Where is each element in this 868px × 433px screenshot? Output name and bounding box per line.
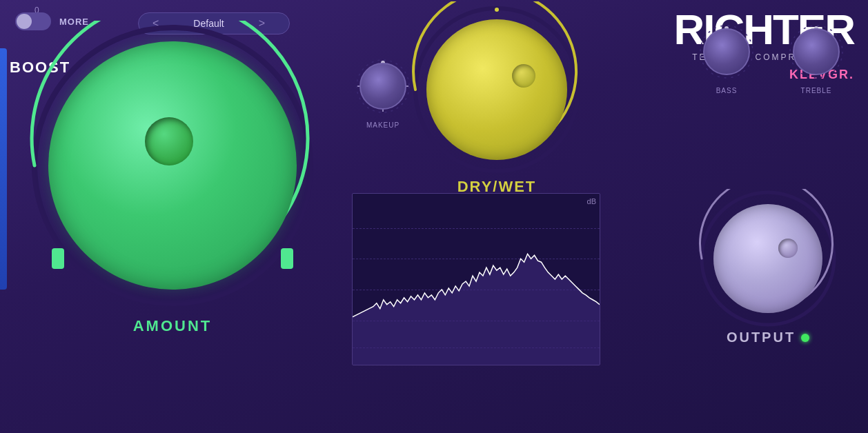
- drywet-knob[interactable]: [426, 19, 567, 160]
- output-led: [801, 334, 809, 342]
- output-label: OUTPUT: [689, 330, 847, 345]
- plugin-container: 0 MORE < Default > RICHTER TECTONIC COMP…: [0, 0, 868, 433]
- right-section: BASS TREBLE: [682, 0, 854, 94]
- output-section: OUTPUT: [689, 193, 847, 345]
- treble-section: TREBLE: [785, 21, 847, 94]
- treble-knob[interactable]: [793, 28, 840, 75]
- drywet-dimple: [512, 64, 535, 88]
- bass-section: BASS: [696, 21, 758, 94]
- vu-waveform: [353, 194, 600, 365]
- amount-label: AMOUNT: [14, 317, 331, 335]
- svg-rect-2: [281, 248, 293, 269]
- output-text: OUTPUT: [727, 330, 796, 345]
- drywet-section: DRY/WET: [393, 7, 600, 196]
- amount-section: AMOUNT: [14, 21, 331, 335]
- svg-point-11: [495, 8, 499, 12]
- output-dimple: [778, 239, 798, 258]
- vu-section: dB -10 -20 -30 -40 -50: [352, 193, 614, 365]
- eq-knobs: BASS TREBLE: [682, 21, 847, 94]
- amount-knob[interactable]: [48, 41, 297, 290]
- bass-label: BASS: [696, 87, 758, 94]
- output-knob[interactable]: [713, 204, 822, 313]
- amount-knob-dimple: [145, 117, 193, 165]
- bass-knob[interactable]: [703, 28, 750, 75]
- left-edge-bar: [0, 48, 7, 290]
- treble-label: TREBLE: [785, 87, 847, 94]
- svg-rect-1: [52, 248, 64, 269]
- vu-display: dB -10 -20 -30 -40 -50: [352, 193, 600, 365]
